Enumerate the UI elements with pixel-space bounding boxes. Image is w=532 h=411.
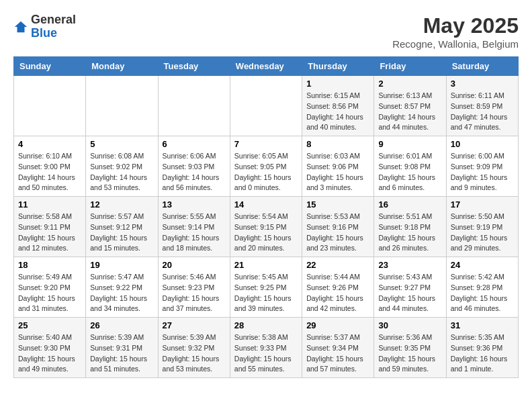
- day-number: 2: [378, 79, 441, 89]
- day-number: 22: [306, 260, 369, 270]
- month-title: May 2025: [392, 13, 519, 38]
- day-number: 31: [451, 320, 514, 330]
- day-info: Sunrise: 5:35 AMSunset: 9:36 PMDaylight:…: [451, 332, 514, 375]
- day-info: Sunrise: 6:08 AMSunset: 9:02 PMDaylight:…: [90, 151, 153, 193]
- day-info: Sunrise: 6:15 AMSunset: 8:56 PMDaylight:…: [306, 91, 369, 133]
- calendar-day-cell: 1Sunrise: 6:15 AMSunset: 8:56 PMDaylight…: [302, 76, 374, 136]
- day-info: Sunrise: 5:55 AMSunset: 9:14 PMDaylight:…: [163, 212, 226, 254]
- calendar-week-row: 25Sunrise: 5:40 AMSunset: 9:30 PMDayligh…: [14, 318, 519, 378]
- day-number: 30: [378, 320, 441, 330]
- day-number: 20: [163, 260, 226, 270]
- day-number: 27: [163, 320, 226, 330]
- day-info: Sunrise: 5:47 AMSunset: 9:22 PMDaylight:…: [90, 272, 153, 314]
- calendar-day-cell: 16Sunrise: 5:51 AMSunset: 9:18 PMDayligh…: [374, 197, 446, 257]
- day-number: 13: [163, 199, 226, 210]
- calendar-week-row: 1Sunrise: 6:15 AMSunset: 8:56 PMDaylight…: [14, 76, 519, 136]
- day-number: 25: [18, 320, 81, 330]
- calendar-day-cell: 28Sunrise: 5:38 AMSunset: 9:33 PMDayligh…: [230, 318, 302, 378]
- day-info: Sunrise: 5:58 AMSunset: 9:11 PMDaylight:…: [18, 212, 81, 254]
- calendar-day-cell: 24Sunrise: 5:42 AMSunset: 9:28 PMDayligh…: [446, 257, 518, 318]
- day-number: 1: [306, 79, 369, 89]
- calendar-week-row: 11Sunrise: 5:58 AMSunset: 9:11 PMDayligh…: [14, 197, 519, 257]
- calendar-day-cell: 5Sunrise: 6:08 AMSunset: 9:02 PMDaylight…: [86, 136, 158, 197]
- day-info: Sunrise: 5:43 AMSunset: 9:27 PMDaylight:…: [378, 272, 441, 314]
- day-info: Sunrise: 5:36 AMSunset: 9:35 PMDaylight:…: [378, 332, 441, 375]
- day-info: Sunrise: 5:37 AMSunset: 9:34 PMDaylight:…: [306, 332, 369, 375]
- calendar-day-cell: 30Sunrise: 5:36 AMSunset: 9:35 PMDayligh…: [374, 318, 446, 378]
- day-info: Sunrise: 5:50 AMSunset: 9:19 PMDaylight:…: [451, 212, 514, 254]
- calendar-day-cell: 21Sunrise: 5:45 AMSunset: 9:25 PMDayligh…: [230, 257, 302, 318]
- location-subtitle: Recogne, Wallonia, Belgium: [392, 38, 519, 50]
- day-number: 11: [18, 199, 81, 210]
- calendar-day-cell: 6Sunrise: 6:06 AMSunset: 9:03 PMDaylight…: [158, 136, 230, 197]
- day-number: 14: [234, 199, 298, 210]
- calendar-day-cell: 23Sunrise: 5:43 AMSunset: 9:27 PMDayligh…: [374, 257, 446, 318]
- calendar-day-cell: 13Sunrise: 5:55 AMSunset: 9:14 PMDayligh…: [158, 197, 230, 257]
- day-info: Sunrise: 5:38 AMSunset: 9:33 PMDaylight:…: [234, 332, 298, 375]
- day-info: Sunrise: 6:03 AMSunset: 9:06 PMDaylight:…: [306, 151, 369, 193]
- calendar-table: SundayMondayTuesdayWednesdayThursdayFrid…: [13, 56, 519, 378]
- calendar-day-cell: 19Sunrise: 5:47 AMSunset: 9:22 PMDayligh…: [86, 257, 158, 318]
- day-number: 23: [378, 260, 441, 270]
- day-info: Sunrise: 5:44 AMSunset: 9:26 PMDaylight:…: [306, 272, 369, 314]
- day-info: Sunrise: 6:05 AMSunset: 9:05 PMDaylight:…: [234, 151, 298, 193]
- weekday-header-wednesday: Wednesday: [230, 57, 302, 76]
- day-number: 28: [234, 320, 298, 330]
- calendar-day-cell: 12Sunrise: 5:57 AMSunset: 9:12 PMDayligh…: [86, 197, 158, 257]
- logo-general-text: General: [31, 13, 76, 26]
- day-info: Sunrise: 5:54 AMSunset: 9:15 PMDaylight:…: [234, 212, 298, 254]
- day-info: Sunrise: 6:10 AMSunset: 9:00 PMDaylight:…: [18, 151, 81, 193]
- day-info: Sunrise: 6:01 AMSunset: 9:08 PMDaylight:…: [378, 151, 441, 193]
- day-info: Sunrise: 5:40 AMSunset: 9:30 PMDaylight:…: [18, 332, 81, 375]
- calendar-day-cell: 27Sunrise: 5:39 AMSunset: 9:32 PMDayligh…: [158, 318, 230, 378]
- calendar-day-cell: [86, 76, 158, 136]
- day-info: Sunrise: 5:39 AMSunset: 9:32 PMDaylight:…: [163, 332, 226, 375]
- day-number: 18: [18, 260, 81, 270]
- calendar-day-cell: 14Sunrise: 5:54 AMSunset: 9:15 PMDayligh…: [230, 197, 302, 257]
- day-number: 15: [306, 199, 369, 210]
- calendar-day-cell: 20Sunrise: 5:46 AMSunset: 9:23 PMDayligh…: [158, 257, 230, 318]
- calendar-day-cell: 18Sunrise: 5:49 AMSunset: 9:20 PMDayligh…: [14, 257, 86, 318]
- day-number: 17: [451, 199, 514, 210]
- day-number: 19: [90, 260, 153, 270]
- calendar-day-cell: 2Sunrise: 6:13 AMSunset: 8:57 PMDaylight…: [374, 76, 446, 136]
- calendar-day-cell: [158, 76, 230, 136]
- day-number: 4: [18, 139, 81, 149]
- calendar-week-row: 4Sunrise: 6:10 AMSunset: 9:00 PMDaylight…: [14, 136, 519, 197]
- calendar-day-cell: 4Sunrise: 6:10 AMSunset: 9:00 PMDaylight…: [14, 136, 86, 197]
- weekday-header-row: SundayMondayTuesdayWednesdayThursdayFrid…: [14, 57, 519, 76]
- logo-icon: [13, 19, 28, 34]
- calendar-day-cell: 29Sunrise: 5:37 AMSunset: 9:34 PMDayligh…: [302, 318, 374, 378]
- day-number: 6: [163, 139, 226, 149]
- calendar-day-cell: 9Sunrise: 6:01 AMSunset: 9:08 PMDaylight…: [374, 136, 446, 197]
- day-number: 12: [90, 199, 153, 210]
- day-number: 8: [306, 139, 369, 149]
- day-info: Sunrise: 6:11 AMSunset: 8:59 PMDaylight:…: [451, 91, 514, 133]
- weekday-header-friday: Friday: [374, 57, 446, 76]
- day-info: Sunrise: 5:57 AMSunset: 9:12 PMDaylight:…: [90, 212, 153, 254]
- weekday-header-tuesday: Tuesday: [158, 57, 230, 76]
- calendar-day-cell: 25Sunrise: 5:40 AMSunset: 9:30 PMDayligh…: [14, 318, 86, 378]
- calendar-day-cell: [230, 76, 302, 136]
- logo-blue-text: Blue: [31, 26, 57, 40]
- day-info: Sunrise: 6:13 AMSunset: 8:57 PMDaylight:…: [378, 91, 441, 133]
- weekday-header-sunday: Sunday: [14, 57, 86, 76]
- title-block: May 2025 Recogne, Wallonia, Belgium: [392, 13, 519, 50]
- day-number: 26: [90, 320, 153, 330]
- weekday-header-thursday: Thursday: [302, 57, 374, 76]
- calendar-day-cell: 26Sunrise: 5:39 AMSunset: 9:31 PMDayligh…: [86, 318, 158, 378]
- day-number: 10: [451, 139, 514, 149]
- day-info: Sunrise: 6:06 AMSunset: 9:03 PMDaylight:…: [163, 151, 226, 193]
- day-info: Sunrise: 5:45 AMSunset: 9:25 PMDaylight:…: [234, 272, 298, 314]
- day-info: Sunrise: 5:49 AMSunset: 9:20 PMDaylight:…: [18, 272, 81, 314]
- day-number: 16: [378, 199, 441, 210]
- calendar-day-cell: 8Sunrise: 6:03 AMSunset: 9:06 PMDaylight…: [302, 136, 374, 197]
- calendar-day-cell: 31Sunrise: 5:35 AMSunset: 9:36 PMDayligh…: [446, 318, 518, 378]
- day-number: 5: [90, 139, 153, 149]
- day-info: Sunrise: 5:53 AMSunset: 9:16 PMDaylight:…: [306, 212, 369, 254]
- day-info: Sunrise: 5:46 AMSunset: 9:23 PMDaylight:…: [163, 272, 226, 314]
- day-info: Sunrise: 5:42 AMSunset: 9:28 PMDaylight:…: [451, 272, 514, 314]
- calendar-day-cell: 17Sunrise: 5:50 AMSunset: 9:19 PMDayligh…: [446, 197, 518, 257]
- calendar-day-cell: 11Sunrise: 5:58 AMSunset: 9:11 PMDayligh…: [14, 197, 86, 257]
- day-info: Sunrise: 6:00 AMSunset: 9:09 PMDaylight:…: [451, 151, 514, 193]
